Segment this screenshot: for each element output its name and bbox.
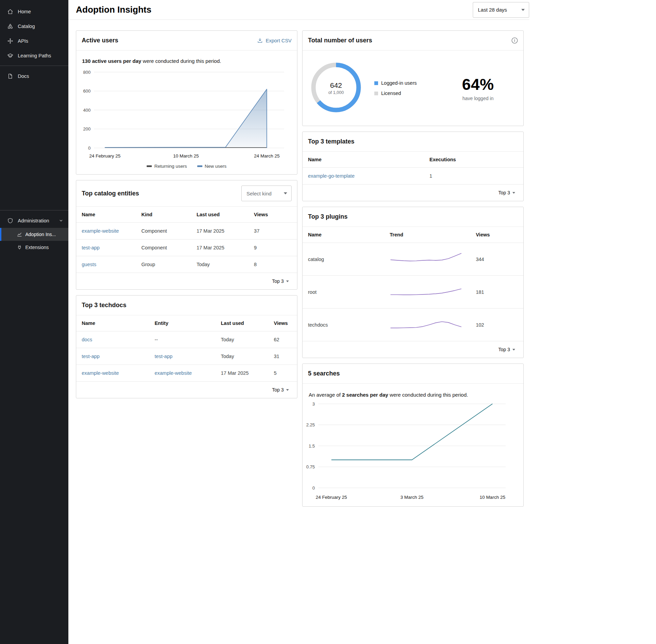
table-row: example-go-template 1 [303,168,523,184]
select-kind-dropdown[interactable]: Select kind [241,186,292,201]
insights-chart-icon [16,231,23,237]
table-row: catalog 344 [303,243,523,276]
sidebar-divider [0,210,68,210]
top-n-select[interactable]: Top 3 [272,278,289,284]
top-n-select[interactable]: Top 3 [272,387,289,393]
date-range-select[interactable]: Last 28 days [473,2,529,18]
top-catalog-footer: Top 3 [76,273,297,289]
active-users-chart: 020040060080024 February 2510 March 2524… [76,67,297,162]
top-catalog-header: Top catalog entities Select kind [76,180,297,207]
app-root: Home Catalog APIs Learning Paths [0,0,656,644]
sidebar-item-extensions[interactable]: Extensions [0,241,68,254]
top-templates-header: Top 3 templates [303,132,523,152]
svg-text:0: 0 [312,485,315,491]
trend-sparkline [390,261,462,266]
svg-text:24 February 25: 24 February 25 [316,495,347,500]
svg-text:600: 600 [83,88,91,94]
top-techdocs-card: Top 3 techdocs Name Entity Last used Vie… [76,295,297,398]
svg-text:10 March 25: 10 March 25 [480,495,505,500]
col-last-used: Last used [215,315,268,331]
chevron-down-icon [521,9,525,11]
sidebar-item-administration[interactable]: Administration [0,213,68,228]
top-techdocs-header: Top 3 techdocs [76,296,297,315]
percent-caption: have logged in [462,96,494,101]
active-users-summary: 130 active users per day were conducted … [82,58,297,64]
sidebar-divider [0,66,68,66]
table-row: example-website example-website 17 Mar 2… [76,365,297,382]
card-title: Top 3 templates [308,138,354,145]
searches-chart: 00.751.52.25324 February 253 March 2510 … [303,399,523,503]
entity-link[interactable]: guests [82,262,96,267]
sidebar-item-learning-paths[interactable]: Learning Paths [0,48,68,63]
table-header-row: Name Trend Views [303,227,523,243]
top-catalog-entities-card: Top catalog entities Select kind Name Ki… [76,180,297,290]
card-title: Top 3 plugins [308,213,348,220]
top-techdocs-footer: Top 3 [76,381,297,398]
svg-text:3 March 25: 3 March 25 [400,495,424,500]
card-title: Top 3 techdocs [82,302,126,309]
table-header-row: Name Entity Last used Views [76,315,297,331]
techdoc-link[interactable]: docs [82,337,92,342]
learning-paths-icon [7,53,13,59]
entity-link[interactable]: example-website [155,370,192,376]
active-users-header: Active users Export CSV [76,31,297,51]
chevron-down-icon [58,218,64,223]
svg-text:0.75: 0.75 [306,464,315,469]
table-row: root 181 [303,276,523,309]
table-row: test-app test-app Today 31 [76,348,297,365]
sidebar-item-label: Catalog [18,24,35,29]
legend-item: Licensed [374,91,417,96]
legend-label: New users [205,164,227,169]
users-donut-chart: 642of 1,000 [311,62,361,114]
sidebar-item-label: Extensions [25,245,49,250]
sidebar-item-docs[interactable]: Docs [0,69,68,83]
active-users-card: Active users Export CSV 130 active users… [76,30,297,175]
top-templates-card: Top 3 templates Name Executions example-… [302,132,524,201]
top-n-select[interactable]: Top 3 [498,347,515,352]
sidebar-item-catalog[interactable]: Catalog [0,19,68,33]
col-entity: Entity [149,315,215,331]
techdoc-link[interactable]: test-app [82,354,99,359]
sidebar-item-adoption-insights[interactable]: Adoption Ins... [0,228,68,241]
svg-text:3: 3 [312,401,315,407]
searches-card: 5 searches An average of 2 searches per … [302,364,524,507]
chevron-down-icon [286,280,289,282]
svg-text:400: 400 [83,108,91,113]
col-name: Name [303,227,384,243]
top-n-select[interactable]: Top 3 [498,190,515,195]
download-icon [257,38,263,43]
licensed-swatch [374,92,378,95]
table-header-row: Name Executions [303,152,523,168]
card-title: Total number of users [308,37,372,44]
svg-text:2.25: 2.25 [306,422,315,427]
chevron-down-icon [512,192,515,194]
page-header: Adoption Insights Last 28 days [68,0,529,20]
date-range-value: Last 28 days [478,7,507,13]
apis-icon [7,38,13,44]
sidebar-item-home[interactable]: Home [0,4,68,19]
col-name: Name [76,315,149,331]
legend-label: Licensed [381,91,401,96]
chevron-down-icon [284,192,287,194]
top-templates-table: Name Executions example-go-template 1 [303,152,523,184]
select-kind-value: Select kind [246,191,271,196]
top-plugins-table: Name Trend Views catalog 344 root [303,227,523,341]
table-row: guests Group Today 8 [76,256,297,273]
left-column: Active users Export CSV 130 active users… [76,30,297,507]
card-title: Active users [82,37,118,44]
info-icon[interactable] [511,37,518,44]
legend-label: Returning users [154,164,187,169]
col-executions: Executions [424,152,523,168]
col-views: Views [268,315,297,331]
export-csv-button[interactable]: Export CSV [257,38,292,43]
col-views: Views [470,227,523,243]
entity-link[interactable]: example-website [82,228,119,234]
trend-sparkline [390,294,462,299]
top-catalog-table: Name Kind Last used Views example-websit… [76,207,297,273]
entity-link[interactable]: test-app [82,245,99,250]
sidebar-item-apis[interactable]: APIs [0,33,68,48]
template-link[interactable]: example-go-template [308,173,354,179]
entity-link[interactable]: test-app [155,354,172,359]
techdoc-link[interactable]: example-website [82,370,119,376]
active-users-legend: Returning users New users [76,162,297,174]
